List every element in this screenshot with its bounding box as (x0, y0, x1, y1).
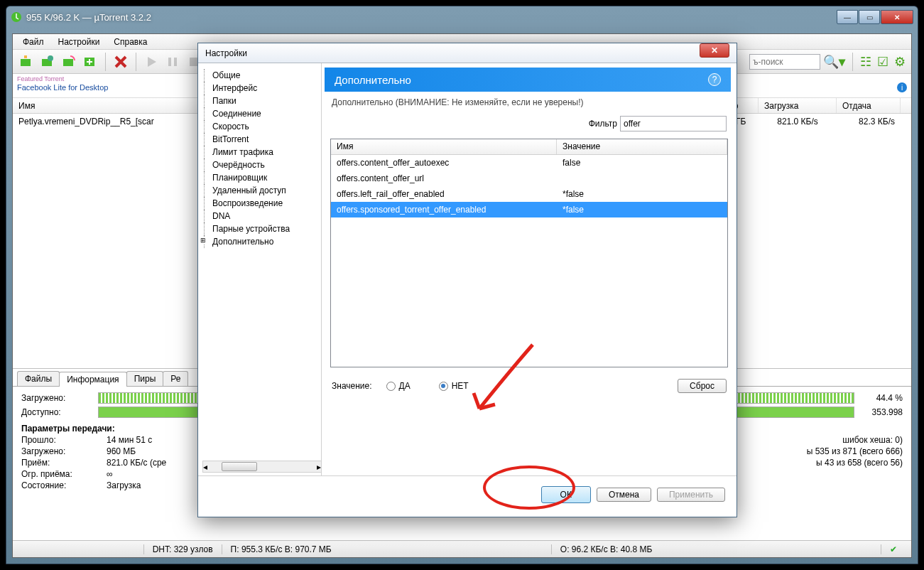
hash-errors: шибок хеша: 0) (842, 435, 903, 445)
params-title: Параметры передачи: (21, 424, 115, 434)
start-icon[interactable] (142, 53, 161, 71)
radio-yes[interactable]: ДА (386, 381, 411, 391)
dialog-title: Настройки (205, 48, 247, 58)
ok-button[interactable]: ОК (541, 486, 591, 503)
menu-help[interactable]: Справка (107, 36, 154, 48)
detail-icon[interactable]: ☑ (877, 54, 888, 70)
adv-row-selected[interactable]: offers.sponsored_torrent_offer_enabled*f… (331, 202, 727, 217)
featured-name[interactable]: Facebook Lite for Desktop (17, 83, 108, 92)
dialog-titlebar[interactable]: Настройки ✕ (198, 43, 737, 63)
warning-text: Дополнительно (ВНИМАНИЕ: Не изменяйте, е… (322, 92, 737, 113)
filter-label: Фильтр (589, 119, 617, 129)
tree-dirs[interactable]: Папки (201, 95, 318, 107)
torrent-dl: 821.0 КБ/s (759, 117, 837, 127)
pause-icon[interactable] (163, 53, 182, 71)
categories-icon[interactable]: ☷ (860, 54, 871, 70)
maximize-button[interactable]: ▭ (859, 10, 880, 24)
dialog-footer: ОК Отмена Применить (198, 475, 737, 512)
adv-row[interactable]: offers.content_offer_autoexecfalse (331, 155, 727, 171)
close-button[interactable]: ✕ (881, 10, 913, 24)
tab-files[interactable]: Файлы (17, 371, 60, 386)
tab-peers[interactable]: Пиры (126, 371, 164, 386)
tree-advanced[interactable]: Дополнительно (201, 235, 318, 248)
tree-hscrollbar[interactable]: ◂▸ (202, 461, 322, 473)
advanced-table: Имя Значение offers.content_offer_autoex… (330, 139, 728, 367)
app-icon (11, 11, 22, 23)
apply-button[interactable]: Применить (657, 488, 725, 502)
tree-cap[interactable]: Лимит трафика (201, 146, 318, 158)
radio-no[interactable]: НЕТ (439, 381, 469, 391)
remove-icon[interactable] (112, 53, 130, 71)
svg-rect-5 (63, 59, 73, 66)
col-dl[interactable]: Загрузка (759, 98, 837, 113)
tree-speed[interactable]: Скорость (201, 120, 318, 133)
elapsed-label: Прошло: (21, 435, 107, 445)
adv-col-name[interactable]: Имя (331, 139, 557, 154)
titlebar[interactable]: 955 K/96.2 K — µTorrent 3.2.2 — ▭ ✕ (6, 6, 918, 28)
tree-remote[interactable]: Удаленный доступ (201, 184, 318, 197)
tree-paired[interactable]: Парные устройства (201, 222, 318, 235)
window-title: 955 K/96.2 K — µTorrent 3.2.2 (26, 12, 837, 23)
progress-pct: 44.4 % (860, 393, 903, 403)
settings-tree[interactable]: Общие Интерфейс Папки Соединение Скорост… (198, 63, 322, 475)
downloaded-label: Загружено: (21, 446, 107, 456)
adv-row[interactable]: offers.left_rail_offer_enabled*false (331, 186, 727, 202)
state-label: Состояние: (21, 480, 107, 490)
search-icon[interactable]: 🔍▾ (823, 54, 845, 70)
col-ul[interactable]: Отдача (837, 98, 901, 113)
value-label: Значение: (332, 381, 372, 391)
loaded-label: Загружено: (21, 393, 92, 403)
add-url-icon[interactable] (38, 53, 57, 71)
svg-rect-2 (24, 55, 27, 58)
adv-row[interactable]: offers.content_offer_url (331, 171, 727, 186)
menu-file[interactable]: Файл (16, 36, 51, 48)
svg-rect-7 (168, 58, 171, 66)
tree-conn[interactable]: Соединение (201, 107, 318, 120)
rx-label: Приём: (21, 458, 107, 468)
help-icon[interactable]: ? (708, 73, 721, 86)
status-bar: DHT: 329 узлов П: 955.3 КБ/с В: 970.7 МБ… (13, 540, 911, 557)
filter-input[interactable] (620, 116, 727, 131)
create-torrent-icon[interactable] (81, 53, 99, 71)
pieces2: ы 43 из 658 (всего 56) (816, 458, 903, 468)
tab-re[interactable]: Ре (163, 371, 188, 386)
tree-general[interactable]: Общие (201, 69, 318, 82)
section-header: Дополнительно ? (325, 68, 731, 92)
torrent-ul: 82.3 КБ/s (837, 117, 901, 127)
status-dht: DHT: 329 узлов (143, 544, 222, 554)
tree-dna[interactable]: DNA (201, 210, 318, 222)
add-rss-icon[interactable] (60, 53, 78, 71)
tree-play[interactable]: Воспроизведение (201, 197, 318, 210)
pieces1: ы 535 из 871 (всего 666) (807, 446, 903, 456)
svg-point-4 (48, 55, 53, 61)
adv-col-val[interactable]: Значение (557, 139, 727, 154)
tree-sched[interactable]: Планировщик (201, 171, 318, 184)
settings-dialog: Настройки ✕ Общие Интерфейс Папки Соедин… (197, 43, 737, 517)
settings-content: Дополнительно ? Дополнительно (ВНИМАНИЕ:… (322, 63, 737, 475)
tree-ui[interactable]: Интерфейс (201, 82, 318, 95)
reset-button[interactable]: Сброс (678, 379, 727, 393)
search-input[interactable] (749, 54, 820, 70)
svg-rect-8 (174, 58, 177, 66)
preferences-icon[interactable]: ⚙ (894, 54, 906, 70)
tree-bt[interactable]: BitTorrent (201, 133, 318, 146)
status-ok-icon: ✔ (881, 544, 906, 554)
avail-label: Доступно: (21, 407, 92, 417)
tab-info[interactable]: Информация (59, 372, 126, 387)
rxlim-label: Огр. приёма: (21, 469, 107, 479)
cancel-button[interactable]: Отмена (597, 488, 651, 502)
tree-queue[interactable]: Очерёдность (201, 158, 318, 171)
status-ul: О: 96.2 КБ/с В: 40.8 МБ (551, 544, 881, 554)
info-icon[interactable]: i (897, 82, 907, 92)
menu-settings[interactable]: Настройки (51, 36, 107, 48)
dialog-close-button[interactable]: ✕ (700, 43, 729, 58)
add-torrent-icon[interactable] (17, 53, 36, 71)
status-dl: П: 955.3 КБ/с В: 970.7 МБ (222, 544, 551, 554)
avail-val: 353.998 (860, 407, 903, 417)
svg-rect-1 (21, 59, 31, 66)
minimize-button[interactable]: — (837, 10, 858, 24)
